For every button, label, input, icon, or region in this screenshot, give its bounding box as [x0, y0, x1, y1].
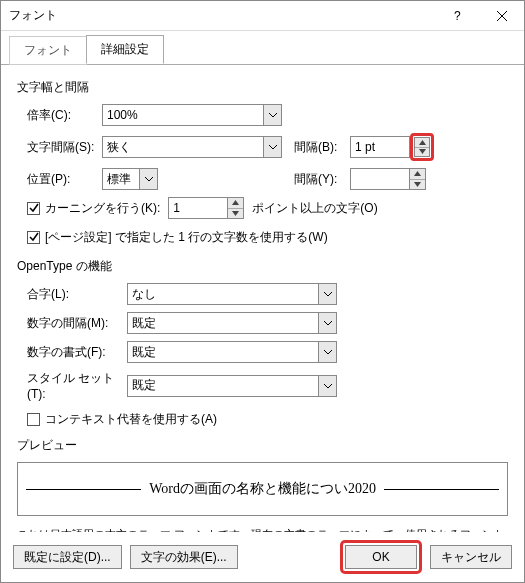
dialog-body: 文字幅と間隔 倍率(C): 100% 文字間隔(S): 狭く 間隔(B): 1 … — [1, 65, 524, 532]
context-label: コンテキスト代替を使用する(A) — [45, 411, 217, 428]
chevron-down-icon[interactable] — [139, 169, 157, 189]
spacing-label: 文字間隔(S): — [17, 139, 102, 156]
chevron-down-icon[interactable] — [263, 137, 281, 157]
ok-button[interactable]: OK — [345, 545, 417, 569]
spin-up-icon — [228, 198, 243, 209]
svg-marker-3 — [419, 140, 426, 145]
chevron-down-icon[interactable] — [318, 313, 336, 333]
by2-spinner[interactable] — [409, 169, 425, 189]
section-opentype-header: OpenType の機能 — [17, 258, 508, 275]
numspacing-label: 数字の間隔(M): — [17, 315, 127, 332]
svg-marker-6 — [414, 182, 421, 187]
chevron-down-icon[interactable] — [318, 376, 336, 396]
highlight-ok: OK — [340, 540, 422, 574]
scale-label: 倍率(C): — [17, 107, 102, 124]
svg-marker-4 — [419, 149, 426, 154]
highlight-spinner — [410, 133, 434, 161]
chevron-down-icon[interactable] — [263, 105, 281, 125]
by-input[interactable]: 1 pt — [350, 136, 410, 158]
preview-text: Wordの画面の名称と機能につい2020 — [149, 480, 376, 498]
help-button[interactable]: ? — [434, 1, 479, 30]
numspacing-combo[interactable]: 既定 — [127, 312, 337, 334]
kerning-checkbox[interactable] — [27, 202, 40, 215]
spin-down-icon — [410, 180, 425, 190]
footer: 既定に設定(D)... 文字の効果(E)... OK キャンセル — [1, 532, 524, 582]
spacing-combo[interactable]: 狭く — [102, 136, 282, 158]
svg-marker-5 — [414, 171, 421, 176]
position-label: 位置(P): — [17, 171, 102, 188]
snap-label: [ページ設定] で指定した 1 行の文字数を使用する(W) — [45, 229, 328, 246]
styleset-combo[interactable]: 既定 — [127, 375, 337, 397]
spin-up-icon — [415, 138, 429, 148]
numform-combo[interactable]: 既定 — [127, 341, 337, 363]
numform-label: 数字の書式(F): — [17, 344, 127, 361]
close-button[interactable] — [479, 1, 524, 30]
chevron-down-icon[interactable] — [318, 342, 336, 362]
snap-checkbox[interactable] — [27, 231, 40, 244]
preview-box: Wordの画面の名称と機能につい2020 — [17, 462, 508, 516]
context-checkbox[interactable] — [27, 413, 40, 426]
kerning-spinner[interactable] — [227, 198, 243, 218]
by2-input[interactable] — [350, 168, 426, 190]
text-effects-button[interactable]: 文字の効果(E)... — [130, 545, 238, 569]
chevron-down-icon[interactable] — [318, 284, 336, 304]
styleset-label: スタイル セット(T): — [17, 370, 127, 401]
ligatures-label: 合字(L): — [17, 286, 127, 303]
spin-up-icon — [410, 169, 425, 180]
ligatures-combo[interactable]: なし — [127, 283, 337, 305]
svg-marker-7 — [232, 200, 239, 205]
section-spacing-header: 文字幅と間隔 — [17, 79, 508, 96]
by-label: 間隔(B): — [294, 139, 350, 156]
cancel-button[interactable]: キャンセル — [430, 545, 512, 569]
titlebar: フォント ? — [1, 1, 524, 31]
spin-down-icon — [415, 148, 429, 157]
set-default-button[interactable]: 既定に設定(D)... — [13, 545, 122, 569]
tab-bar: フォント 詳細設定 — [1, 31, 524, 65]
spin-down-icon — [228, 209, 243, 219]
scale-combo[interactable]: 100% — [102, 104, 282, 126]
preview-header: プレビュー — [17, 437, 508, 454]
svg-text:?: ? — [454, 11, 461, 21]
position-combo[interactable]: 標準 — [102, 168, 158, 190]
by-spinner[interactable] — [414, 137, 430, 157]
kerning-label: カーニングを行う(K): — [45, 200, 160, 217]
by2-label: 間隔(Y): — [294, 171, 350, 188]
kerning-after-label: ポイント以上の文字(O) — [252, 200, 377, 217]
kerning-input[interactable]: 1 — [168, 197, 244, 219]
tab-font[interactable]: フォント — [9, 36, 87, 65]
tab-advanced[interactable]: 詳細設定 — [86, 35, 164, 64]
svg-marker-8 — [232, 211, 239, 216]
window-title: フォント — [1, 7, 57, 24]
